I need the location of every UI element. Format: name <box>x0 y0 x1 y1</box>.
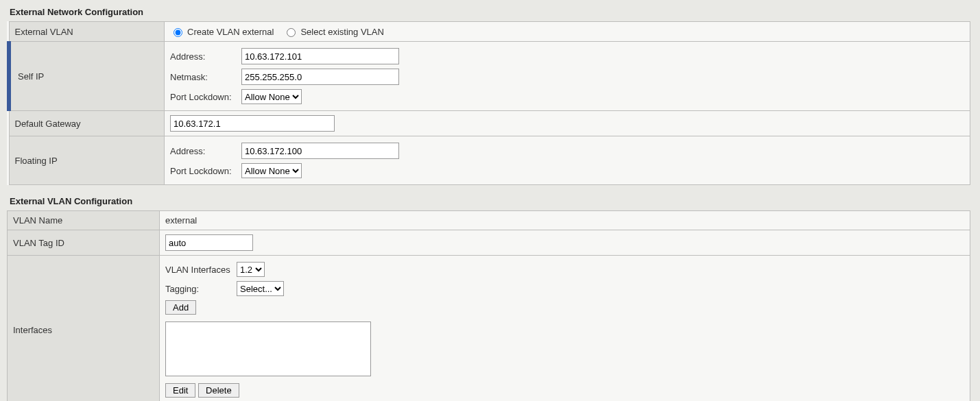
radio-select-vlan[interactable] <box>287 28 296 37</box>
self-ip-portlock-select[interactable]: Allow None <box>241 89 302 104</box>
floating-ip-portlock-label: Port Lockdown: <box>170 161 241 180</box>
label-vlan-name: VLAN Name <box>8 211 160 230</box>
tagging-label: Tagging: <box>165 279 237 298</box>
radio-create-vlan-label: Create VLAN external <box>187 27 274 37</box>
floating-ip-portlock-select[interactable]: Allow None <box>241 163 302 178</box>
label-external-vlan: External VLAN <box>9 22 165 42</box>
floating-ip-address-label: Address: <box>170 141 241 161</box>
floating-ip-address-input[interactable] <box>241 143 399 159</box>
label-self-ip: Self IP <box>9 42 165 111</box>
radio-create-vlan[interactable] <box>174 28 182 37</box>
self-ip-address-label: Address: <box>170 46 241 66</box>
self-ip-netmask-input[interactable] <box>241 69 399 85</box>
self-ip-netmask-label: Netmask: <box>170 66 241 87</box>
radio-select-vlan-label: Select existing VLAN <box>300 27 383 37</box>
vlan-interfaces-label: VLAN Interfaces <box>165 260 237 279</box>
section-title-ext-vlan: External VLAN Configuration <box>7 193 973 210</box>
external-vlan-table: VLAN Name external VLAN Tag ID Interface… <box>7 210 970 401</box>
self-ip-address-input[interactable] <box>241 48 399 64</box>
vlan-name-value: external <box>160 211 970 230</box>
vlan-interfaces-select[interactable]: 1.2 <box>237 262 265 277</box>
delete-button[interactable]: Delete <box>198 383 239 398</box>
add-button[interactable]: Add <box>165 300 196 315</box>
section-title-ext-net: External Network Configuration <box>7 4 973 21</box>
label-floating-ip: Floating IP <box>9 136 165 185</box>
external-network-table: External VLAN Create VLAN external Selec… <box>7 21 970 185</box>
self-ip-portlock-label: Port Lockdown: <box>170 87 241 106</box>
vlan-tag-id-input[interactable] <box>165 234 253 251</box>
default-gateway-input[interactable] <box>170 115 335 132</box>
label-default-gateway: Default Gateway <box>9 111 165 136</box>
tagging-select[interactable]: Select... <box>237 281 284 296</box>
interfaces-listbox[interactable] <box>165 321 371 376</box>
label-interfaces: Interfaces <box>8 256 160 402</box>
label-vlan-tag-id: VLAN Tag ID <box>8 230 160 256</box>
edit-button[interactable]: Edit <box>165 383 195 398</box>
